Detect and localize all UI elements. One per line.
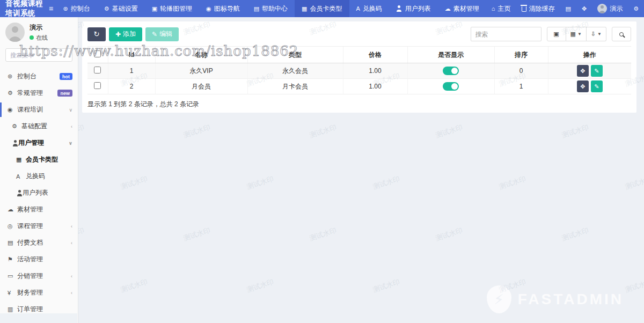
docs-button[interactable]: ▤ [560,0,576,17]
dashboard-icon: ⊛ [8,73,17,80]
online-dot-icon [30,35,34,40]
sidebar-item-label: 常规管理 [17,89,43,98]
column-header-名称[interactable]: 名称 [155,47,247,63]
home-link[interactable]: ⌂ 主页 [486,0,516,17]
table-row: 1永久VIP永久会员1.000✥✎ [87,63,631,79]
visible-toggle[interactable] [443,67,459,75]
column-header-价格[interactable]: 价格 [343,47,407,63]
id-cell: 1 [108,63,155,79]
sidebar-item-兑换码[interactable]: A兑换码 [0,168,78,185]
avatar [597,4,607,13]
expand-icon: ✥ [582,5,587,12]
columns-button[interactable]: ▦ ▼ [566,27,587,41]
search-icon [619,32,624,36]
columns-icon: ▦ [570,31,576,38]
edit-button[interactable]: ✎ 编辑 [145,27,179,41]
top-menu: ⊛控制台⚙基础设置▣轮播图管理◉图标导航▤帮助中心▦会员卡类型A兑换码用户列表☁… [56,0,486,17]
circle-icon: ◎ [8,223,17,230]
drag-sort-button[interactable]: ✥ [577,65,589,77]
row-checkbox[interactable] [94,67,101,74]
sidebar-toggle-icon[interactable]: ≡ [46,0,56,17]
settings-button[interactable]: ⚙ [628,0,644,17]
username-label: 演示 [30,23,48,32]
column-header-操作[interactable]: 操作 [548,47,631,63]
flag-icon: ⚑ [8,256,17,263]
home-label: 主页 [498,4,511,13]
table-search-input[interactable] [471,27,541,41]
status-badge: 在线 [30,34,48,42]
sort-cell: 1 [494,79,548,94]
sidebar-item-付费文档[interactable]: ▤付费文档‹ [0,234,78,251]
sidebar-item-label: 课程培训 [17,105,43,114]
sidebar-item-label: 分销管理 [17,271,43,281]
select-all-checkbox[interactable] [94,50,101,57]
table-header-row: Id名称类型价格是否显示排序操作 [87,47,631,63]
top-tab-兑换码[interactable]: A兑换码 [349,0,389,17]
top-tab-素材管理[interactable]: ☁素材管理 [438,0,486,17]
sidebar-item-分销管理[interactable]: ▭分销管理‹ [0,268,78,284]
top-tab-会员卡类型[interactable]: ▦会员卡类型 [295,0,349,17]
sidebar-item-课程管理[interactable]: ◎课程管理‹ [0,218,78,234]
row-edit-button[interactable]: ✎ [591,80,603,92]
clear-cache-button[interactable]: 清除缓存 [516,0,560,17]
top-tab-基础设置[interactable]: ⚙基础设置 [97,0,145,17]
tab-label: 会员卡类型 [310,4,342,13]
tab-label: 图标导航 [214,4,240,13]
status-label: 在线 [36,34,48,42]
column-header-类型[interactable]: 类型 [247,47,343,63]
data-table: Id名称类型价格是否显示排序操作 1永久VIP永久会员1.000✥✎2月会员月卡… [87,46,631,94]
gear-icon: ⚙ [12,123,21,130]
type-cell: 月卡会员 [247,79,343,94]
fullscreen-button[interactable]: ✥ [576,0,592,17]
sidebar-item-label: 兑换码 [26,172,45,181]
sidebar-item-基础配置[interactable]: ⚙基础配置‹ [0,118,78,135]
top-tab-用户列表[interactable]: 用户列表 [389,0,438,17]
user-menu[interactable]: 演示 [592,0,628,17]
view-toggle-button[interactable]: ▣ [547,27,566,41]
visible-toggle[interactable] [443,82,459,91]
sidebar-item-会员卡类型[interactable]: ▦会员卡类型 [0,151,78,168]
top-tab-轮播图管理[interactable]: ▣轮播图管理 [145,0,199,17]
export-button[interactable]: ⇩ ▼ [587,27,606,41]
header-checkbox-cell [87,47,108,63]
user-icon [16,190,23,196]
type-cell: 永久会员 [247,63,343,79]
name-cell: 月会员 [155,79,247,94]
add-button[interactable]: ✚ 添加 [109,27,142,41]
sidebar-item-用户列表[interactable]: 用户列表 [0,185,78,201]
top-tab-图标导航[interactable]: ◉图标导航 [199,0,247,17]
search-toggle-button[interactable] [612,27,631,41]
target-icon: ◉ [8,106,17,113]
column-header-Id[interactable]: Id [108,47,155,63]
tab-label: 基础设置 [112,4,138,13]
sidebar-item-课程培训[interactable]: ◉课程培训∨ [0,101,78,118]
trash-icon [522,6,526,12]
pagination-info: 显示第 1 到第 2 条记录，总共 2 条记录 [82,94,636,114]
font-icon: A [356,5,360,12]
main-content: ↻ ✚ 添加 ✎ 编辑 ▣ ▦ ▼ [78,17,644,323]
drag-sort-button[interactable]: ✥ [577,80,589,92]
sidebar-item-活动管理[interactable]: ⚑活动管理 [0,251,78,268]
sidebar-item-常规管理[interactable]: ⚙常规管理new [0,85,78,101]
sidebar-item-label: 素材管理 [17,205,43,214]
menu-search-input[interactable] [5,48,72,62]
target-icon: ◉ [206,5,211,12]
usercircle-icon [12,140,18,146]
sidebar-item-控制台[interactable]: ⊛控制台hot [0,68,78,85]
font-icon: A [16,173,26,180]
top-tab-帮助中心[interactable]: ▤帮助中心 [247,0,295,17]
sidebar-item-用户管理[interactable]: 用户管理∨ [0,135,78,151]
row-edit-button[interactable]: ✎ [591,65,603,77]
sidebar-item-素材管理[interactable]: ☁素材管理 [0,201,78,218]
table-view-buttons: ▣ ▦ ▼ ⇩ ▼ [547,27,606,41]
row-checkbox[interactable] [94,82,101,89]
tab-label: 控制台 [71,4,90,13]
column-header-排序[interactable]: 排序 [494,47,548,63]
sidebar-item-label: 订单管理 [17,305,43,314]
column-header-是否显示[interactable]: 是否显示 [407,47,494,63]
avatar[interactable] [5,23,25,42]
cogs-icon: ⚙ [8,90,17,97]
sidebar-item-财务管理[interactable]: ¥财务管理‹ [0,284,78,301]
top-tab-控制台[interactable]: ⊛控制台 [56,0,97,17]
refresh-button[interactable]: ↻ [87,27,106,41]
